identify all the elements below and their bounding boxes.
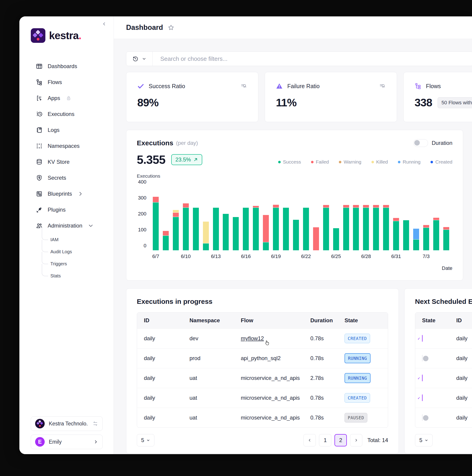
bar-6-23[interactable]: [313, 227, 319, 251]
table-row: ✓dailym: [415, 388, 472, 408]
bar-6-28[interactable]: [363, 205, 369, 250]
bar-segment-success: [163, 236, 169, 250]
legend-item-created[interactable]: Created: [431, 159, 452, 165]
user-menu[interactable]: E Emily: [31, 435, 103, 449]
x-axis-ticks: 6/76/106/136/166/196/226/256/286/317/3: [150, 250, 452, 259]
chevron-down-icon: [425, 438, 428, 442]
x-tick: 6/13: [213, 254, 219, 259]
bar-7-4[interactable]: [433, 218, 439, 250]
bar-6-18[interactable]: [263, 215, 269, 250]
sidebar-subitem-iam[interactable]: IAM: [42, 234, 113, 246]
cell-id: daily: [144, 375, 189, 381]
sidebar-item-dashboards[interactable]: Dashboards: [19, 58, 113, 74]
legend-item-killed[interactable]: Killed: [371, 159, 388, 165]
sidebar-item-flows[interactable]: Flows: [19, 74, 113, 90]
bar-6-25[interactable]: [333, 228, 339, 250]
bar-segment-success: [323, 208, 329, 250]
list-search-icon[interactable]: [240, 83, 247, 89]
bar-7-2[interactable]: [413, 228, 419, 250]
legend-item-success[interactable]: Success: [278, 159, 301, 165]
cell-id: daily: [456, 414, 472, 421]
card-success-ratio: Success Ratio89%: [126, 72, 258, 122]
legend-item-failed[interactable]: Failed: [311, 159, 329, 165]
bar-6-26[interactable]: [343, 205, 349, 250]
legend-dot: [278, 161, 281, 163]
page-size-select[interactable]: 5: [415, 434, 433, 446]
sidebar-item-apps[interactable]: Apps: [19, 90, 113, 106]
sidebar-item-administration[interactable]: Administration: [19, 218, 113, 234]
sidebar-item-plugins[interactable]: Plugins: [19, 202, 113, 218]
bar-6-9[interactable]: [173, 210, 179, 250]
bar-6-12[interactable]: [203, 221, 209, 250]
legend-item-warning[interactable]: Warning: [339, 159, 361, 165]
sidebar-item-namespaces[interactable]: Namespaces: [19, 138, 113, 154]
sidebar-subitem-stats[interactable]: Stats: [42, 270, 113, 282]
star-icon[interactable]: [168, 24, 174, 31]
history-icon: [132, 56, 139, 62]
bar-6-24[interactable]: [323, 205, 329, 250]
bar-6-13[interactable]: [213, 207, 219, 250]
card-label: Failure Ratio: [287, 83, 374, 89]
x-tick: [313, 254, 319, 259]
column-header: State: [345, 317, 388, 324]
bar-6-10[interactable]: [183, 203, 189, 250]
page-button-1[interactable]: 1: [319, 434, 331, 446]
bar-6-14[interactable]: [223, 214, 229, 250]
bar-6-7[interactable]: [153, 197, 159, 251]
previous-page-button[interactable]: [304, 434, 316, 446]
bar-6-21[interactable]: [293, 220, 299, 250]
page-header: Dashboard: [114, 17, 472, 39]
sidebar-collapse-button[interactable]: [102, 21, 107, 26]
sidebar-item-blueprints[interactable]: Blueprints: [19, 186, 113, 202]
search-input[interactable]: [153, 55, 472, 62]
bar-6-29[interactable]: [373, 205, 379, 250]
filter-history-dropdown[interactable]: [126, 52, 153, 66]
bar-6-20[interactable]: [283, 207, 289, 250]
bar-6-27[interactable]: [353, 205, 359, 250]
state-toggle[interactable]: ✓: [422, 375, 422, 381]
bar-6-8[interactable]: [163, 231, 169, 250]
page-size-select[interactable]: 5: [137, 434, 154, 446]
bar-6-31[interactable]: [393, 218, 399, 250]
x-tick: [163, 254, 169, 259]
duration-toggle[interactable]: [413, 139, 428, 147]
brand-logo[interactable]: kestra.: [31, 28, 113, 43]
flow-link[interactable]: myflow12: [241, 335, 264, 342]
state-toggle[interactable]: [422, 414, 422, 421]
workspace-switcher[interactable]: Kestra Technolo...: [31, 416, 103, 431]
bar-6-16[interactable]: [243, 207, 249, 250]
list-search-icon[interactable]: [379, 83, 386, 89]
legend-item-running[interactable]: Running: [398, 159, 420, 165]
sidebar-item-secrets[interactable]: Secrets: [19, 170, 113, 186]
sidebar-subitem-triggers[interactable]: Triggers: [42, 258, 113, 270]
next-page-button[interactable]: [350, 434, 362, 446]
state-toggle[interactable]: [422, 355, 422, 361]
sidebar-item-kv-store[interactable]: KV Store: [19, 154, 113, 170]
table-row: dailydevmyflow120.78sCREATED: [137, 328, 388, 348]
bar-6-11[interactable]: [193, 207, 199, 250]
bar-6-30[interactable]: [383, 205, 389, 250]
bar-7-5[interactable]: [443, 227, 449, 250]
bar-segment-failed: [263, 215, 269, 242]
card-label: Success Ratio: [149, 83, 236, 89]
bar-6-17[interactable]: [253, 206, 259, 250]
x-tick: [283, 254, 289, 259]
sidebar-subitem-audit-logs[interactable]: Audit Logs: [42, 246, 113, 258]
state-toggle[interactable]: ✓: [422, 394, 422, 401]
page-button-2[interactable]: 2: [334, 434, 347, 446]
bar-6-19[interactable]: [273, 204, 279, 250]
toggle-knob: ✓: [416, 375, 422, 381]
sidebar-item-label: Plugins: [48, 206, 66, 213]
sidebar-item-executions[interactable]: Executions: [19, 106, 113, 122]
state-toggle[interactable]: ✓: [422, 335, 422, 342]
bar-7-1[interactable]: [403, 220, 409, 250]
sidebar-item-logs[interactable]: Logs: [19, 122, 113, 138]
cell-id: daily: [456, 355, 472, 361]
card-value: 338: [415, 96, 432, 109]
column-header: Namespace: [189, 317, 241, 324]
bar-6-22[interactable]: [303, 207, 309, 250]
status-badge: PAUSED: [345, 413, 367, 423]
bar-6-15[interactable]: [233, 217, 239, 250]
bar-7-3[interactable]: [423, 225, 429, 250]
table-row: dailyuatmicroservice_a_nd_apis0.78sCREAT…: [137, 388, 388, 408]
